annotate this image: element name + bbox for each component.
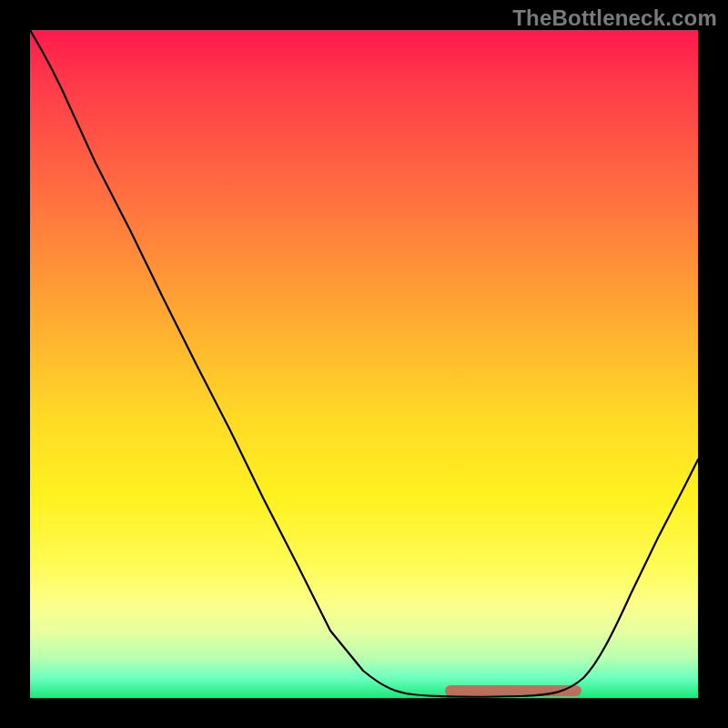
watermark-text: TheBottleneck.com	[512, 5, 717, 31]
bottleneck-curve	[30, 30, 698, 697]
chart-frame: TheBottleneck.com	[0, 0, 728, 728]
chart-svg	[30, 30, 698, 698]
plot-area	[30, 30, 698, 698]
